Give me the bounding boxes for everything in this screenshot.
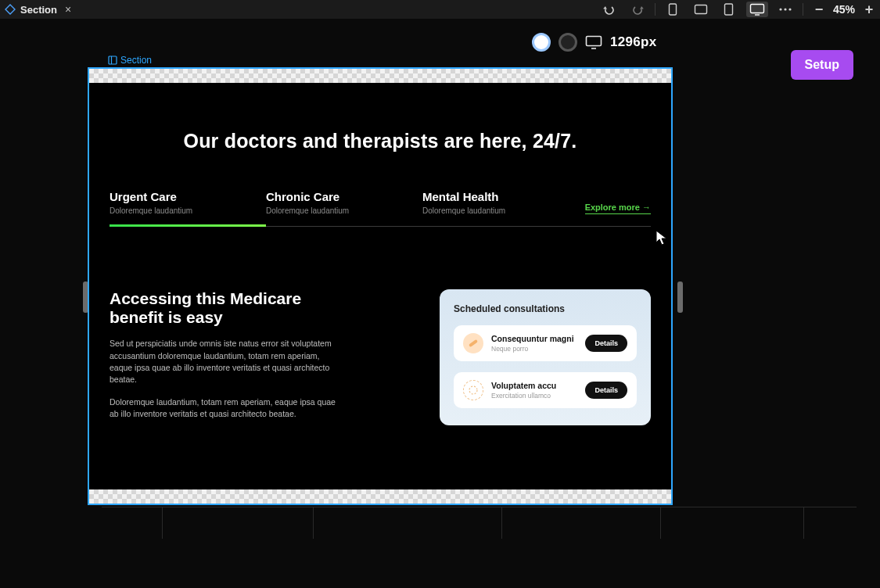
content-row: Accessing this Medicare benefit is easy … [110,289,651,425]
feature-paragraph-2: Doloremque laudantium, totam rem aperiam… [110,396,336,420]
tab-title: Section [20,4,57,16]
zoom-in-button[interactable]: + [863,2,875,18]
svg-rect-10 [109,56,117,64]
device-tablet-portrait-button[interactable] [718,2,740,17]
details-button[interactable]: Details [585,382,627,399]
consultation-name: Consequuntur magni [491,334,577,343]
tab-subtitle: Doloremque laudantium [110,206,263,215]
undo-button[interactable] [598,2,620,17]
rendered-page: Our doctors and therapists are here, 24/… [89,83,671,489]
tab-mental-health[interactable]: Mental Health Doloremque laudantium [422,190,579,226]
breakpoint-width: 1296px [610,34,656,50]
divider [803,3,803,16]
transparent-strip-bottom [89,489,671,504]
tab-title: Chronic Care [266,190,419,203]
zoom-out-button[interactable]: − [813,2,825,18]
hero-heading: Our doctors and therapists are here, 24/… [110,130,651,152]
top-toolbar: Section × − 45% + [0,0,880,19]
setup-button[interactable]: Setup [791,50,853,80]
health-icon [463,380,483,400]
selection-label-text: Section [120,55,152,66]
svg-point-13 [469,386,477,394]
bandage-icon [463,333,483,353]
breakpoint-dot-active[interactable] [532,33,551,52]
zoom-value[interactable]: 45% [833,3,855,16]
svg-point-6 [784,8,786,10]
explore-more-link[interactable]: Explore more → [585,203,651,214]
close-tab-button[interactable]: × [62,3,74,16]
svg-rect-3 [750,5,763,13]
card-title: Scheduled consultations [454,303,637,314]
section-outline-icon [108,56,117,65]
consultation-sub: Neque porro [491,345,577,353]
canvas: Section Our doctors and therapists are h… [88,55,682,505]
consultations-card: Scheduled consultations Consequuntur mag… [440,289,651,425]
tab-title: Urgent Care [110,190,263,203]
svg-point-7 [788,8,791,10]
tab-chronic-care[interactable]: Chronic Care Doloremque laudantium [266,190,422,226]
details-button[interactable]: Details [585,335,627,352]
device-tablet-button[interactable] [690,2,712,17]
consultation-item: Voluptatem accu Exercitation ullamco Det… [454,372,637,408]
desktop-icon [585,35,602,49]
device-desktop-button[interactable] [746,2,768,17]
selection-label[interactable]: Section [108,55,682,66]
explore-more-label: Explore more → [585,203,651,212]
section-icon [5,4,16,15]
consultation-name: Voluptatem accu [491,381,577,390]
svg-rect-2 [725,4,733,15]
category-tabs: Urgent Care Doloremque laudantium Chroni… [110,190,651,227]
redo-button[interactable] [627,2,648,17]
svg-point-5 [779,8,781,10]
tab-urgent-care[interactable]: Urgent Care Doloremque laudantium [110,190,266,226]
ruler [102,507,857,554]
feature-heading: Accessing this Medicare benefit is easy [110,289,344,327]
consultation-item: Consequuntur magni Neque porro Details [454,325,637,361]
svg-rect-12 [469,339,478,347]
svg-rect-8 [587,37,602,46]
tab-subtitle: Doloremque laudantium [422,206,576,215]
svg-rect-1 [695,5,706,14]
feature-text: Accessing this Medicare benefit is easy … [110,289,344,421]
canvas-frame[interactable]: Our doctors and therapists are here, 24/… [88,67,673,505]
tab-title: Mental Health [422,190,576,203]
consultation-sub: Exercitation ullamco [491,392,577,400]
transparent-strip-top [89,69,671,83]
svg-rect-0 [669,4,676,15]
tab-subtitle: Doloremque laudantium [266,206,419,215]
more-menu-button[interactable] [774,2,796,17]
feature-paragraph-1: Sed ut perspiciatis unde omnis iste natu… [110,338,336,385]
divider [655,3,656,16]
device-mobile-button[interactable] [662,2,684,17]
breakpoint-dot[interactable] [559,33,577,52]
